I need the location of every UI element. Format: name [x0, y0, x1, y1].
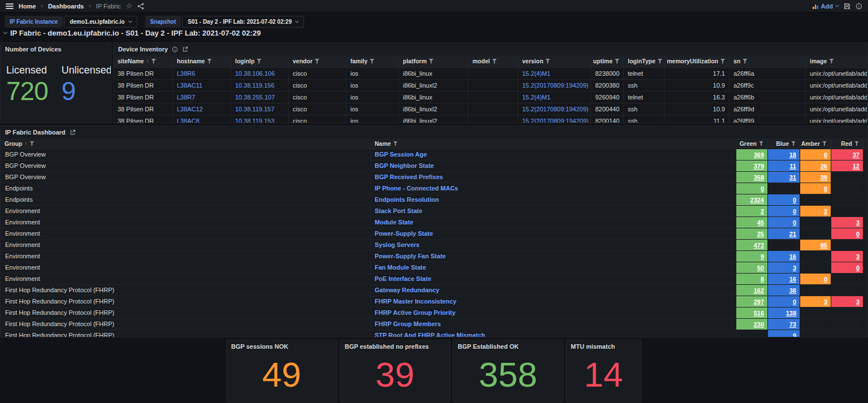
hostname-cell[interactable]: L38R6	[173, 67, 231, 79]
blue-count-link[interactable]: 31	[768, 172, 800, 183]
green-count-link[interactable]: 162	[736, 285, 767, 296]
filter-icon[interactable]	[615, 59, 619, 64]
report-link[interactable]: Power-Supply Fan State	[371, 251, 736, 262]
blue-count-link[interactable]: 138	[768, 307, 800, 318]
amber-count-link[interactable]: 0	[800, 274, 831, 284]
column-header-blue[interactable]: Blue	[768, 138, 800, 149]
green-count-link[interactable]: 45	[736, 217, 767, 228]
filter-icon[interactable]	[829, 59, 834, 64]
external-link-icon[interactable]	[70, 129, 76, 136]
blue-count-link[interactable]: 16	[768, 251, 800, 262]
red-count-link[interactable]: 3	[831, 296, 863, 307]
green-count-link[interactable]: 516	[736, 307, 767, 318]
column-header-image[interactable]: image	[806, 55, 867, 67]
share-icon[interactable]	[137, 3, 144, 10]
filter-icon[interactable]	[822, 141, 827, 146]
column-header-name[interactable]: Name	[371, 138, 736, 149]
info-circle-icon[interactable]	[856, 3, 862, 10]
column-header-hostname[interactable]: hostname	[173, 55, 231, 67]
add-button[interactable]: Add	[813, 3, 839, 10]
filter-icon[interactable]	[151, 59, 156, 64]
blue-count-link[interactable]: 0	[768, 296, 800, 307]
breadcrumb-home[interactable]: Home	[19, 3, 36, 10]
column-header-loginType[interactable]: loginType	[624, 55, 665, 67]
blue-count-link[interactable]: 38	[768, 285, 800, 296]
report-link[interactable]: STP Root And FHRP Active Mismatch	[371, 330, 736, 337]
filter-icon[interactable]	[315, 59, 319, 64]
filter-icon[interactable]	[429, 59, 433, 64]
filter-icon[interactable]	[759, 141, 763, 146]
filter-icon[interactable]	[545, 59, 550, 64]
amber-count-link[interactable]: 0	[800, 149, 831, 160]
green-count-link[interactable]: 9	[736, 251, 767, 262]
hostname-cell[interactable]: L38R7	[173, 91, 231, 103]
blue-count-link[interactable]: 0	[768, 194, 800, 205]
filter-icon[interactable]	[30, 141, 34, 146]
column-header-group[interactable]: Group↑	[1, 138, 371, 149]
blue-count-link[interactable]: 73	[768, 319, 800, 330]
report-link[interactable]: BGP Neighbor State	[371, 161, 736, 171]
blue-count-link[interactable]: 18	[768, 149, 800, 160]
loginIp-cell[interactable]: 10.38.106.106	[231, 67, 289, 79]
info-circle-icon[interactable]	[172, 46, 178, 53]
loginIp-cell[interactable]: 10.38.119.157	[231, 103, 289, 115]
green-count-link[interactable]: 25	[736, 228, 767, 239]
red-count-link[interactable]: 0	[831, 228, 863, 239]
green-count-link[interactable]: 369	[736, 149, 767, 160]
green-count-link[interactable]: 297	[736, 296, 767, 307]
filter-icon[interactable]	[370, 59, 374, 64]
version-cell[interactable]: 15.2(4)M1	[518, 91, 591, 103]
column-header-uptime[interactable]: uptime	[591, 55, 624, 67]
report-link[interactable]: IP Phone - Connected MACs	[371, 183, 736, 194]
blue-count-link[interactable]: 21	[768, 228, 800, 239]
version-cell[interactable]: 15.2(20170809:194209)	[518, 79, 591, 91]
filter-icon[interactable]	[721, 59, 725, 64]
red-count-link[interactable]: 3	[831, 251, 863, 262]
blue-count-link[interactable]: 0	[768, 217, 800, 228]
blue-count-link[interactable]: 16	[768, 274, 800, 284]
column-header-sn[interactable]: sn	[730, 55, 806, 67]
column-header-platform[interactable]: platform	[399, 55, 468, 67]
amber-count-link[interactable]: 2	[800, 206, 831, 216]
filter-icon[interactable]	[492, 59, 497, 64]
loginIp-cell[interactable]: 10.38.119.153	[231, 115, 289, 123]
amber-count-link[interactable]: 26	[800, 161, 831, 171]
version-cell[interactable]: 15.2(20170809:194209)	[518, 103, 591, 115]
filter-icon[interactable]	[854, 141, 859, 146]
amber-count-link[interactable]: 3	[800, 296, 831, 307]
column-header-amber[interactable]: Amber	[800, 138, 831, 149]
hostname-cell[interactable]: L38AC11	[173, 79, 231, 91]
report-link[interactable]: Fan Module State	[371, 262, 736, 273]
filter-icon[interactable]	[658, 59, 662, 64]
column-header-version[interactable]: version	[518, 55, 591, 67]
hostname-cell[interactable]: L38AC12	[173, 103, 231, 115]
red-count-link[interactable]: 12	[831, 161, 863, 171]
report-link[interactable]: Stack Port State	[371, 206, 736, 216]
report-link[interactable]: Syslog Servers	[371, 240, 736, 250]
version-cell[interactable]: 15.2(20170809:194209)	[518, 115, 591, 123]
favorite-star-icon[interactable]: ☆	[126, 2, 133, 10]
breadcrumb-dashboards[interactable]: Dashboards	[48, 3, 84, 10]
green-count-link[interactable]: 2324	[736, 194, 767, 205]
red-count-link[interactable]: 3	[831, 217, 863, 228]
menu-icon[interactable]	[6, 3, 14, 9]
loginIp-cell[interactable]: 10.38.255.107	[231, 91, 289, 103]
blue-count-link[interactable]: 9	[768, 330, 800, 337]
blue-count-link[interactable]: 0	[768, 206, 800, 216]
report-link[interactable]: FHRP Active Group Priority	[371, 307, 736, 318]
green-count-link[interactable]: 230	[736, 319, 767, 330]
filter-icon[interactable]	[791, 141, 796, 146]
filter-icon[interactable]	[743, 59, 747, 64]
column-header-family[interactable]: family	[346, 55, 399, 67]
column-header-green[interactable]: Green	[736, 138, 768, 149]
green-count-link[interactable]: 358	[736, 172, 767, 183]
green-count-link[interactable]: 50	[736, 262, 767, 273]
filter-icon[interactable]	[207, 59, 212, 64]
report-link[interactable]: BGP Session Age	[371, 149, 736, 160]
report-link[interactable]: Power-Supply State	[371, 228, 736, 239]
hostname-cell[interactable]: L38AC8	[173, 115, 231, 123]
report-link[interactable]: FHRP Master Inconsistency	[371, 296, 736, 307]
version-cell[interactable]: 15.2(4)M1	[518, 67, 591, 79]
external-link-icon[interactable]	[182, 46, 188, 53]
save-dashboard-icon[interactable]	[844, 3, 850, 10]
